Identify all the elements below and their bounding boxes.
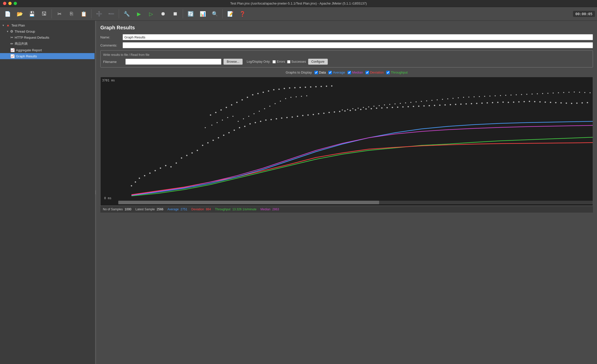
svg-point-88 — [587, 102, 588, 103]
sidebar-item-label: 商品列表 — [15, 41, 28, 46]
svg-point-66 — [471, 103, 472, 104]
comments-label: Comments: — [100, 43, 121, 47]
svg-point-6 — [154, 170, 156, 171]
errors-checkbox[interactable] — [272, 60, 276, 63]
stop-button[interactable]: ⏺ — [157, 9, 169, 19]
http-icon: ✂ — [10, 35, 13, 39]
svg-point-79 — [539, 101, 541, 103]
start-no-pause-button[interactable]: ▷ — [145, 9, 156, 19]
filename-input[interactable] — [125, 59, 221, 65]
minimize-button[interactable] — [8, 2, 12, 5]
svg-point-58 — [429, 105, 430, 106]
sidebar-item-test-plan[interactable]: ▼ 🔺 Test Plan — [0, 22, 95, 28]
svg-point-146 — [410, 102, 411, 103]
sidebar-item-label: Test Plan — [11, 24, 25, 27]
close-button[interactable] — [3, 2, 6, 5]
svg-point-45 — [360, 109, 361, 110]
stat-value-deviation: 884 — [206, 208, 211, 211]
average-checkbox[interactable] — [328, 71, 332, 74]
svg-point-36 — [313, 114, 314, 115]
search-button[interactable]: 🔍 — [209, 9, 220, 19]
copy-button[interactable]: ⎘ — [66, 9, 77, 19]
sidebar-item-aggregate-report[interactable]: 📈 Aggregate Report — [0, 47, 95, 53]
svg-point-49 — [381, 107, 382, 109]
svg-point-156 — [463, 97, 464, 98]
svg-point-82 — [555, 102, 556, 103]
log-button[interactable]: 📝 — [225, 9, 236, 19]
svg-point-157 — [468, 97, 469, 98]
stat-label-deviation: Deviation — [191, 208, 204, 211]
y-axis-top: 3701 ms — [102, 79, 115, 82]
svg-point-117 — [227, 117, 228, 118]
throughput-checkbox[interactable] — [386, 71, 390, 74]
svg-point-172 — [547, 93, 548, 94]
test-plan-icon: 🔺 — [6, 23, 10, 27]
svg-point-35 — [307, 115, 309, 116]
svg-point-17 — [213, 140, 214, 141]
svg-point-139 — [373, 106, 374, 107]
help-button[interactable]: ❓ — [237, 9, 248, 19]
stat-label-median: Median — [261, 208, 270, 211]
successes-checkbox-label: Successes — [287, 60, 306, 63]
stats-bar: No of Samples 1000 Latest Sample 2566 Av… — [100, 206, 593, 213]
aggregate-icon: 📈 — [10, 48, 15, 52]
separator-5 — [222, 9, 223, 18]
expand-button[interactable]: ➕ — [94, 9, 105, 19]
svg-point-165 — [511, 95, 512, 96]
svg-point-178 — [579, 92, 580, 93]
open-button[interactable]: 📂 — [14, 9, 25, 19]
start-button[interactable]: ▶ — [133, 9, 144, 19]
wrench-button[interactable]: 🔧 — [121, 9, 132, 19]
sidebar-item-product-list[interactable]: ✏ 商品列表 — [0, 40, 95, 47]
clear-button[interactable]: 🔄 — [185, 9, 196, 19]
sidebar-item-http-request-defaults[interactable]: ✂ HTTP Request Defaults — [0, 34, 95, 40]
maximize-button[interactable] — [14, 2, 17, 5]
name-input[interactable] — [123, 34, 593, 40]
comments-input[interactable] — [123, 42, 593, 48]
svg-point-85 — [571, 103, 572, 104]
svg-point-137 — [363, 107, 364, 108]
svg-point-4 — [144, 175, 145, 176]
svg-point-40 — [334, 111, 335, 113]
stat-value-average: 2751 — [180, 208, 187, 211]
stop-now-button[interactable]: ⏹ — [170, 9, 181, 19]
window-controls[interactable] — [3, 2, 17, 5]
data-checkbox[interactable] — [314, 71, 318, 74]
collapse-button[interactable]: ➖ — [106, 9, 117, 19]
median-checkbox[interactable] — [348, 71, 351, 74]
new-plan-button[interactable]: 📄 — [2, 9, 13, 19]
report-button[interactable]: 📊 — [197, 9, 208, 19]
svg-point-44 — [355, 109, 356, 111]
successes-checkbox[interactable] — [287, 60, 290, 63]
chart-scrollbar[interactable] — [118, 201, 593, 204]
svg-point-30 — [281, 118, 282, 119]
svg-point-105 — [294, 87, 295, 88]
paste-button[interactable]: 📋 — [78, 9, 89, 19]
product-icon: ✏ — [10, 42, 13, 46]
svg-point-86 — [576, 103, 578, 104]
sidebar-item-thread-group[interactable]: ▼ ⚙ Thread Group — [0, 28, 95, 34]
separator-2 — [91, 9, 91, 18]
svg-point-73 — [508, 102, 509, 103]
file-row: Filename Browse... Log/Display Only: Err… — [103, 59, 590, 65]
cut-button[interactable]: ✂ — [54, 9, 65, 19]
svg-point-143 — [395, 103, 396, 104]
stat-label-throughput: Throughput — [215, 208, 230, 211]
browse-button[interactable]: Browse... — [223, 59, 243, 65]
toggle-icon: ▼ — [6, 30, 9, 33]
svg-point-112 — [331, 85, 332, 87]
svg-point-70 — [492, 102, 493, 103]
sidebar-item-graph-results[interactable]: 📈 Graph Results — [0, 53, 95, 59]
save-button[interactable]: 💾 — [26, 9, 37, 19]
save-as-button[interactable]: 🖫 — [38, 9, 50, 19]
deviation-checkbox[interactable] — [365, 71, 369, 74]
svg-point-168 — [526, 94, 527, 95]
svg-point-59 — [434, 105, 435, 106]
configure-button[interactable]: Configure — [308, 59, 328, 65]
svg-point-78 — [534, 101, 535, 102]
chart-scrollbar-thumb[interactable] — [118, 201, 379, 204]
svg-point-169 — [532, 94, 533, 95]
svg-point-54 — [407, 106, 409, 107]
svg-point-144 — [400, 103, 401, 104]
stat-average: Average 2751 — [168, 208, 188, 211]
